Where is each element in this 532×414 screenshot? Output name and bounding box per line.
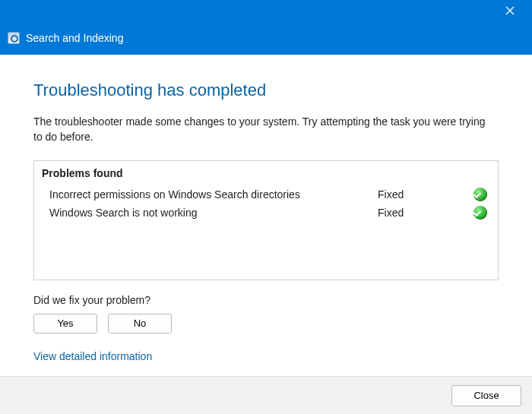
problem-status: Fixed bbox=[378, 207, 469, 219]
checkmark-icon bbox=[473, 188, 487, 201]
result-summary-text: The troubleshooter made some changes to … bbox=[33, 114, 497, 145]
page-heading: Troubleshooting has completed bbox=[33, 81, 499, 100]
feedback-yes-button[interactable]: Yes bbox=[33, 314, 97, 333]
problem-row: Windows Search is not working Fixed bbox=[42, 204, 490, 222]
problems-found-header: Problems found bbox=[42, 166, 490, 185]
close-button[interactable]: Close bbox=[451, 385, 521, 406]
close-icon bbox=[505, 6, 515, 17]
problem-description: Incorrect permissions on Windows Search … bbox=[49, 188, 378, 201]
feedback-no-button[interactable]: No bbox=[108, 314, 172, 333]
problems-found-box: Problems found Incorrect permissions on … bbox=[33, 160, 499, 280]
troubleshooter-app-icon bbox=[8, 32, 20, 44]
problem-row: Incorrect permissions on Windows Search … bbox=[42, 185, 490, 204]
window-close-button[interactable] bbox=[494, 2, 526, 21]
problem-description: Windows Search is not working bbox=[49, 207, 378, 219]
content-area: Troubleshooting has completed The troubl… bbox=[0, 55, 532, 362]
problem-status-icon-wrap bbox=[469, 206, 487, 220]
window-titlebar: Search and Indexing bbox=[0, 0, 532, 55]
dialog-footer: Close bbox=[0, 376, 532, 414]
problem-status: Fixed bbox=[378, 188, 469, 201]
view-detailed-information-link[interactable]: View detailed information bbox=[33, 350, 152, 362]
problem-status-icon-wrap bbox=[469, 188, 487, 201]
feedback-question: Did we fix your problem? bbox=[33, 294, 499, 306]
app-title: Search and Indexing bbox=[26, 32, 123, 44]
checkmark-icon bbox=[473, 206, 487, 220]
